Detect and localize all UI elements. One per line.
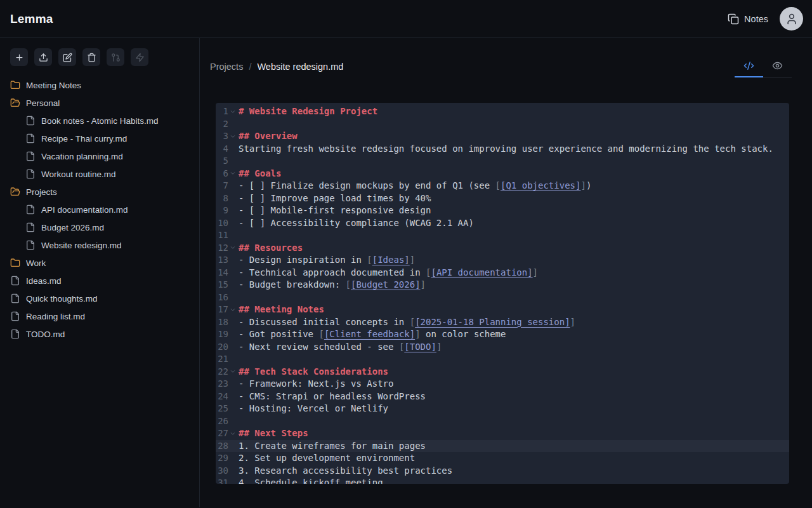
editor-line[interactable]: 7- [ ] Finalize design mockups by end of… — [216, 180, 789, 192]
delete-note-button[interactable] — [82, 48, 100, 66]
fold-gutter — [228, 267, 237, 279]
line-number: 24 — [216, 391, 228, 403]
editor-line[interactable]: 16 — [216, 291, 789, 304]
wiki-link[interactable]: [2025-01-18 Planning session] — [415, 317, 570, 327]
tree-folder[interactable]: Meeting Notes — [0, 76, 199, 94]
line-number: 12 — [216, 242, 228, 255]
editor-line[interactable]: 23- Framework: Next.js vs Astro — [216, 378, 789, 391]
tree-folder[interactable]: Personal — [0, 94, 199, 112]
editor-line[interactable]: 9- [ ] Mobile-first responsive design — [216, 204, 789, 217]
editor-line[interactable]: 13- Design inspiration in [[Ideas]] — [216, 254, 789, 267]
editor-line[interactable]: 4Starting fresh website redesign focused… — [216, 143, 789, 156]
view-tab-source[interactable] — [735, 55, 763, 77]
line-number: 1 — [216, 105, 228, 118]
editor-line[interactable]: 18- Discussed initial concepts in [[2025… — [216, 316, 789, 329]
line-content: ## Resources — [237, 242, 303, 255]
editor-line[interactable]: 27## Next Steps — [216, 427, 789, 440]
wiki-link[interactable]: [Ideas] — [372, 255, 410, 265]
fold-gutter — [228, 143, 237, 156]
avatar-button[interactable] — [780, 7, 803, 30]
tree-file[interactable]: Recipe - Thai curry.md — [0, 130, 199, 147]
tree-file[interactable]: Budget 2026.md — [0, 218, 199, 236]
wiki-link[interactable]: [TODO] — [404, 342, 436, 352]
line-number: 6 — [216, 168, 228, 180]
editor-line[interactable]: 8- [ ] Improve page load times by 40% — [216, 192, 789, 205]
tree-file[interactable]: Ideas.md — [0, 272, 199, 290]
editor-line[interactable]: 22## Tech Stack Considerations — [216, 366, 789, 378]
editor-line[interactable]: 15- Budget breakdown: [[Budget 2026]] — [216, 279, 789, 291]
wiki-link[interactable]: [Q1 objectives] — [501, 180, 580, 190]
line-number: 31 — [216, 477, 228, 484]
line-content: Starting fresh website redesign focused … — [237, 143, 773, 156]
tree-item-label: API documentation.md — [41, 205, 128, 215]
tree-file[interactable]: API documentation.md — [0, 201, 199, 218]
line-content: - Got positive [[Client feedback]] on co… — [237, 328, 506, 341]
file-icon — [25, 169, 36, 179]
editor-line[interactable]: 12## Resources — [216, 242, 789, 255]
tree-file[interactable]: Book notes - Atomic Habits.md — [0, 112, 199, 130]
editor-line[interactable]: 314. Schedule kickoff meeting — [216, 477, 789, 484]
fold-gutter — [228, 291, 237, 304]
fold-toggle-icon[interactable] — [228, 366, 237, 378]
tree-file[interactable]: TODO.md — [0, 325, 199, 343]
folder-icon — [10, 258, 20, 268]
editor-line[interactable]: 6## Goals — [216, 168, 789, 180]
notes-button[interactable]: Notes — [728, 13, 768, 25]
editor-line[interactable]: 3## Overview — [216, 130, 789, 143]
editor[interactable]: 1# Website Redesign Project23## Overview… — [216, 103, 789, 484]
editor-line[interactable]: 2 — [216, 118, 789, 131]
new-note-button[interactable] — [10, 48, 28, 66]
fold-toggle-icon[interactable] — [228, 304, 237, 316]
fold-toggle-icon[interactable] — [228, 168, 237, 180]
tree-item-label: Personal — [26, 98, 60, 108]
line-number: 27 — [216, 427, 228, 440]
line-number: 26 — [216, 415, 228, 428]
fold-gutter — [228, 452, 237, 465]
edit-note-button[interactable] — [58, 48, 76, 66]
editor-line[interactable]: 1# Website Redesign Project — [216, 105, 789, 118]
editor-line[interactable]: 25- Hosting: Vercel or Netlify — [216, 403, 789, 415]
tree-file[interactable]: Quick thoughts.md — [0, 290, 199, 307]
line-number: 30 — [216, 465, 228, 478]
editor-line[interactable]: 21 — [216, 353, 789, 366]
fold-toggle-icon[interactable] — [228, 105, 237, 118]
wiki-link[interactable]: [API documentation] — [431, 267, 532, 277]
editor-line[interactable]: 11 — [216, 229, 789, 242]
line-number: 25 — [216, 403, 228, 415]
editor-line[interactable]: 14- Technical approach documented in [[A… — [216, 267, 789, 279]
tree-folder[interactable]: Projects — [0, 183, 199, 201]
breadcrumb-separator: / — [249, 62, 251, 72]
editor-line[interactable]: 26 — [216, 415, 789, 428]
line-content: - CMS: Strapi or headless WordPress — [237, 391, 426, 403]
editor-line[interactable]: 17## Meeting Notes — [216, 304, 789, 316]
line-number: 3 — [216, 130, 228, 143]
tree-file[interactable]: Website redesign.md — [0, 236, 199, 254]
editor-line[interactable]: 24- CMS: Strapi or headless WordPress — [216, 391, 789, 403]
tree-file[interactable]: Reading list.md — [0, 307, 199, 325]
breadcrumb-current: Website redesign.md — [257, 62, 343, 72]
tree-item-label: Workout routine.md — [41, 170, 116, 179]
notes-icon — [728, 13, 739, 25]
editor-line[interactable]: 20- Next review scheduled - see [[TODO]] — [216, 341, 789, 354]
wiki-link[interactable]: [Budget 2026] — [351, 279, 421, 290]
editor-line[interactable]: 303. Research accessibility best practic… — [216, 465, 789, 478]
fold-toggle-icon[interactable] — [228, 130, 237, 143]
plus-icon — [15, 53, 24, 62]
tree-file[interactable]: Workout routine.md — [0, 165, 199, 183]
upload-button[interactable] — [34, 48, 52, 66]
wiki-link[interactable]: [Client feedback] — [324, 329, 415, 339]
editor-line[interactable]: 19- Got positive [[Client feedback]] on … — [216, 328, 789, 341]
editor-line[interactable]: 281. Create wireframes for main pages — [216, 440, 789, 453]
editor-line[interactable]: 10- [ ] Accessibility compliance (WCAG 2… — [216, 217, 789, 230]
main-header: Projects / Website redesign.md — [210, 55, 792, 77]
view-tab-preview[interactable] — [763, 55, 792, 77]
file-icon — [10, 311, 20, 321]
editor-line[interactable]: 292. Set up development environment — [216, 452, 789, 465]
editor-line[interactable]: 5 — [216, 155, 789, 168]
tree-folder[interactable]: Work — [0, 254, 199, 272]
fold-toggle-icon[interactable] — [228, 427, 237, 440]
fold-toggle-icon[interactable] — [228, 242, 237, 255]
breadcrumb-parent[interactable]: Projects — [210, 62, 243, 72]
line-number: 9 — [216, 204, 228, 217]
tree-file[interactable]: Vacation planning.md — [0, 147, 199, 165]
